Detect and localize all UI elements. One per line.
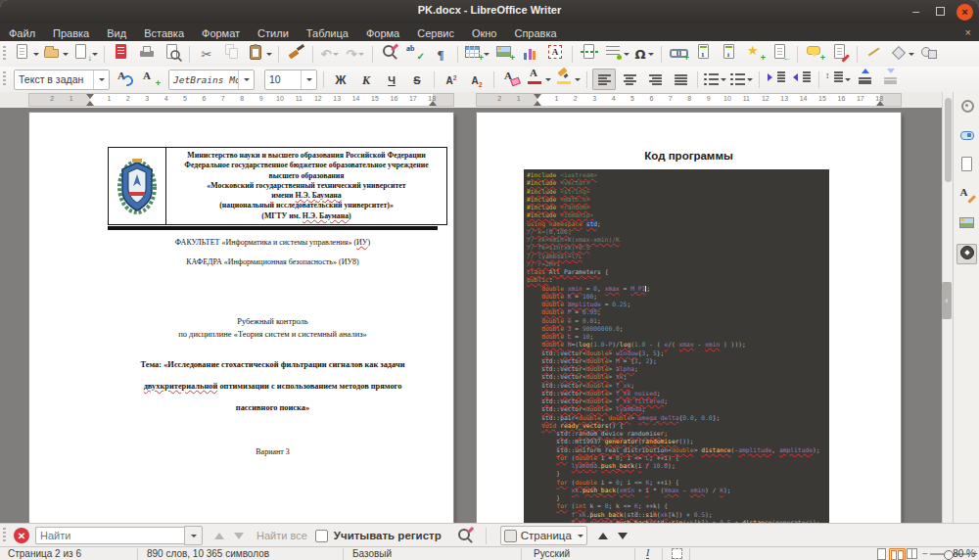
- italic-button[interactable]: К: [354, 69, 378, 90]
- menu-окно[interactable]: Окно: [463, 27, 506, 39]
- chevron-down-icon[interactable]: [578, 535, 583, 537]
- menu-сервис[interactable]: Сервис: [408, 27, 463, 39]
- decrease-indent-button[interactable]: [790, 69, 814, 90]
- maximize-button[interactable]: [932, 4, 949, 21]
- ruler-page-2[interactable]: 21123456789101112131415161718: [477, 94, 901, 106]
- right-margin-marker-icon[interactable]: [429, 101, 437, 106]
- superscript-button[interactable]: A2: [440, 69, 463, 90]
- export-pdf-button[interactable]: [110, 43, 133, 65]
- sidebar-tab-styles[interactable]: A: [956, 185, 977, 206]
- align-center-button[interactable]: [618, 69, 641, 90]
- chevron-down-icon[interactable]: [238, 70, 254, 89]
- insert-line-button[interactable]: [862, 43, 886, 65]
- zoom-level[interactable]: 80 %: [953, 548, 975, 560]
- chevron-down-icon[interactable]: [358, 53, 364, 56]
- sidebar-tab-properties[interactable]: [956, 126, 977, 147]
- page-style[interactable]: Базовый: [352, 548, 392, 560]
- scrollbar-thumb[interactable]: [945, 98, 952, 182]
- open-button[interactable]: [42, 43, 70, 65]
- chevron-down-icon[interactable]: [909, 53, 914, 56]
- match-case-checkbox[interactable]: [315, 530, 328, 542]
- print-button[interactable]: [135, 43, 159, 65]
- insert-chart-button[interactable]: [518, 43, 541, 65]
- align-justify-button[interactable]: [669, 69, 692, 90]
- navigate-previous-icon[interactable]: [598, 533, 608, 539]
- menu-форма[interactable]: Форма: [357, 27, 408, 39]
- menu-вставка[interactable]: Вставка: [135, 27, 193, 39]
- sidebar-tab-gallery[interactable]: [956, 214, 977, 235]
- sidebar-tab-sidebar-settings[interactable]: [956, 97, 977, 117]
- toolbar-grip-icon[interactable]: [3, 528, 6, 543]
- sidebar-tab-navigator[interactable]: [956, 244, 977, 264]
- indent-marker-icon[interactable]: [86, 94, 94, 99]
- insert-textbox-button[interactable]: A: [543, 43, 567, 65]
- find-and-replace-button[interactable]: [453, 525, 477, 546]
- sidebar-tab-page[interactable]: [956, 156, 977, 176]
- menu-правка[interactable]: Правка: [44, 27, 98, 39]
- print-preview-button[interactable]: [161, 43, 184, 65]
- insert-image-button[interactable]: +: [492, 43, 516, 65]
- search-input[interactable]: [35, 527, 184, 544]
- close-document-icon[interactable]: ×: [965, 26, 971, 38]
- document-page-1[interactable]: Министерство науки и высшего образования…: [29, 113, 453, 523]
- chevron-down-icon[interactable]: [575, 78, 581, 81]
- minimize-button[interactable]: –: [908, 4, 924, 21]
- highlight-color-button[interactable]: [554, 69, 582, 90]
- chevron-down-icon[interactable]: [648, 53, 654, 56]
- align-right-button[interactable]: [643, 69, 667, 90]
- para-space-increase-button[interactable]: [854, 69, 877, 90]
- chevron-down-icon[interactable]: [484, 53, 490, 56]
- find-replace-button[interactable]: [378, 43, 401, 65]
- formatting-marks-button[interactable]: ¶: [429, 43, 452, 65]
- view-multiple-pages-icon[interactable]: [889, 548, 906, 560]
- strikethrough-button[interactable]: S: [405, 69, 429, 90]
- ordered-list-button[interactable]: [729, 69, 754, 90]
- text-language[interactable]: Русский: [534, 548, 570, 560]
- chevron-down-icon[interactable]: [545, 78, 551, 81]
- find-previous-icon[interactable]: [214, 533, 224, 539]
- toolbar-grip-icon[interactable]: [3, 46, 6, 62]
- insert-hyperlink-button[interactable]: +: [667, 43, 690, 65]
- chevron-down-icon[interactable]: [747, 78, 753, 81]
- new-style-button[interactable]: A+: [138, 69, 162, 90]
- insert-bookmark-button[interactable]: ★+: [743, 43, 767, 65]
- font-size-combo[interactable]: 10: [264, 70, 317, 90]
- find-all-button[interactable]: Найти все: [256, 530, 307, 541]
- unordered-list-button[interactable]: [703, 69, 727, 90]
- update-style-button[interactable]: A: [113, 69, 136, 90]
- indent-marker-icon[interactable]: [86, 101, 94, 106]
- chevron-down-icon[interactable]: [301, 70, 316, 89]
- menu-таблица[interactable]: Таблица: [298, 27, 357, 39]
- insert-footnote-button[interactable]: 1: [692, 43, 716, 65]
- selection-mode-icon[interactable]: [672, 548, 682, 559]
- find-next-icon[interactable]: [234, 533, 244, 539]
- basic-shapes-button[interactable]: [888, 43, 915, 65]
- right-margin-marker-icon[interactable]: [876, 101, 884, 106]
- document-page-2[interactable]: Код программы #include <iostream>#includ…: [477, 113, 901, 523]
- indent-marker-icon[interactable]: [534, 94, 541, 99]
- line-spacing-button[interactable]: ↕: [824, 69, 852, 90]
- align-left-button[interactable]: [592, 69, 616, 90]
- chevron-down-icon[interactable]: [266, 53, 272, 56]
- insert-endnote-button[interactable]: i: [718, 43, 741, 65]
- subscript-button[interactable]: A2: [465, 69, 489, 90]
- paste-button[interactable]: [246, 43, 273, 65]
- horizontal-ruler[interactable]: 2112345678910111213141516171821123456789…: [0, 92, 942, 109]
- insert-table-button[interactable]: +: [463, 43, 490, 65]
- search-history-dropdown[interactable]: [184, 526, 203, 545]
- menu-формат[interactable]: Формат: [193, 27, 249, 39]
- chevron-down-icon[interactable]: [93, 70, 109, 89]
- font-name-combo[interactable]: JetBrains Mor: [168, 70, 255, 90]
- insert-mode-icon[interactable]: I: [646, 548, 649, 559]
- insert-comment-button[interactable]: +: [803, 43, 826, 65]
- track-changes-button[interactable]: [828, 43, 852, 65]
- indent-marker-icon[interactable]: [534, 101, 541, 106]
- toolbar-grip-icon[interactable]: [3, 71, 6, 87]
- navigate-next-icon[interactable]: [618, 533, 628, 539]
- zoom-out-icon[interactable]: −: [922, 548, 928, 560]
- underline-button[interactable]: Ч: [380, 69, 403, 90]
- document-area[interactable]: Министерство науки и высшего образования…: [0, 108, 942, 523]
- clear-formatting-button[interactable]: A: [499, 69, 523, 90]
- title-bar[interactable]: PK.docx - LibreOffice Writer – ×: [0, 0, 979, 24]
- insert-field-button[interactable]: [603, 43, 630, 65]
